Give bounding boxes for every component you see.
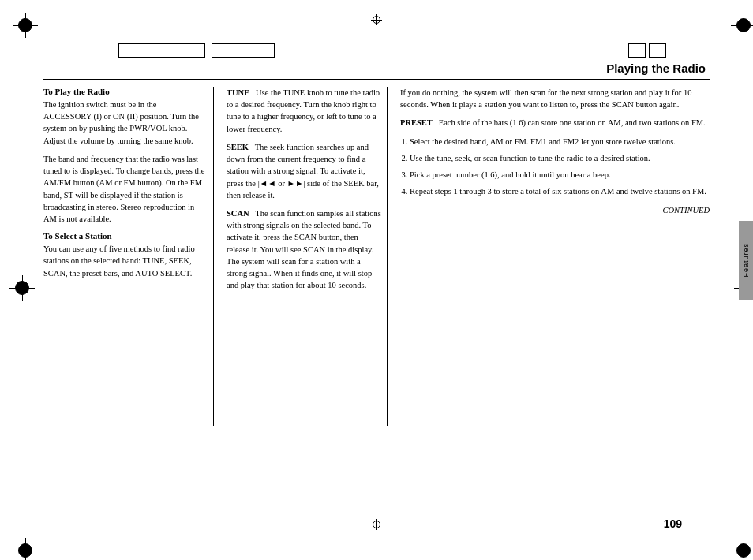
- title-rule: [43, 79, 710, 80]
- tr-box-2: [649, 43, 666, 58]
- cross-mark-top-center: [371, 14, 382, 25]
- side-tab-label: Features: [742, 243, 750, 278]
- top-box-1: [118, 43, 205, 58]
- top-box-2: [212, 43, 275, 58]
- page-title: Playing the Radio: [606, 62, 706, 75]
- top-right-boxes: [628, 43, 666, 58]
- step-2: Use the tune, seek, or scan function to …: [410, 152, 710, 164]
- top-trim-boxes: [118, 43, 275, 58]
- cross-mark-bottom-center: [371, 519, 382, 530]
- preset-text: Each side of the bars (1 6) can store on…: [439, 118, 706, 127]
- page-number: 109: [664, 517, 682, 530]
- preset-section: PRESET Each side of the bars (1 6) can s…: [400, 117, 710, 129]
- seek-text: The seek function searches up and down f…: [227, 143, 379, 200]
- preset-term: PRESET: [400, 118, 433, 127]
- seek-section: SEEK The seek function searches up and d…: [227, 141, 381, 201]
- step-4: Repeat steps 1 through 3 to store a tota…: [410, 185, 710, 197]
- right-intro: If you do nothing, the system will then …: [400, 87, 710, 110]
- scan-section: SCAN The scan function samples all stati…: [227, 207, 381, 292]
- seek-term: SEEK: [227, 143, 249, 151]
- heading-play-radio: To Play the Radio: [43, 87, 205, 96]
- tune-section: TUNE Use the TUNE knob to tune the radio…: [227, 87, 381, 135]
- step-1: Select the desired band, AM or FM. FM1 a…: [410, 136, 710, 147]
- scan-term: SCAN: [227, 209, 249, 218]
- column-right: If you do nothing, the system will then …: [391, 87, 710, 505]
- select-station-para: You can use any of five methods to find …: [43, 243, 205, 279]
- side-tab: Features: [739, 221, 753, 300]
- column-left: To Play the Radio The ignition switch mu…: [43, 87, 217, 505]
- scan-text: The scan function samples all stations w…: [227, 209, 381, 289]
- column-middle: TUNE Use the TUNE knob to tune the radio…: [217, 87, 391, 505]
- preset-steps-list: Select the desired band, AM or FM. FM1 a…: [400, 136, 710, 198]
- tune-term: TUNE: [227, 88, 249, 97]
- heading-select-station: To Select a Station: [43, 231, 205, 241]
- play-radio-para2: The band and frequency that the radio wa…: [43, 153, 205, 225]
- step-3: Pick a preset number (1 6), and hold it …: [410, 169, 710, 181]
- tune-text: Use the TUNE knob to tune the radio to a…: [227, 88, 380, 133]
- play-radio-para1: The ignition switch must be in the ACCES…: [43, 99, 205, 147]
- content-area: To Play the Radio The ignition switch mu…: [43, 87, 710, 505]
- tr-box-1: [628, 43, 646, 58]
- continued-label: CONTINUED: [400, 206, 710, 215]
